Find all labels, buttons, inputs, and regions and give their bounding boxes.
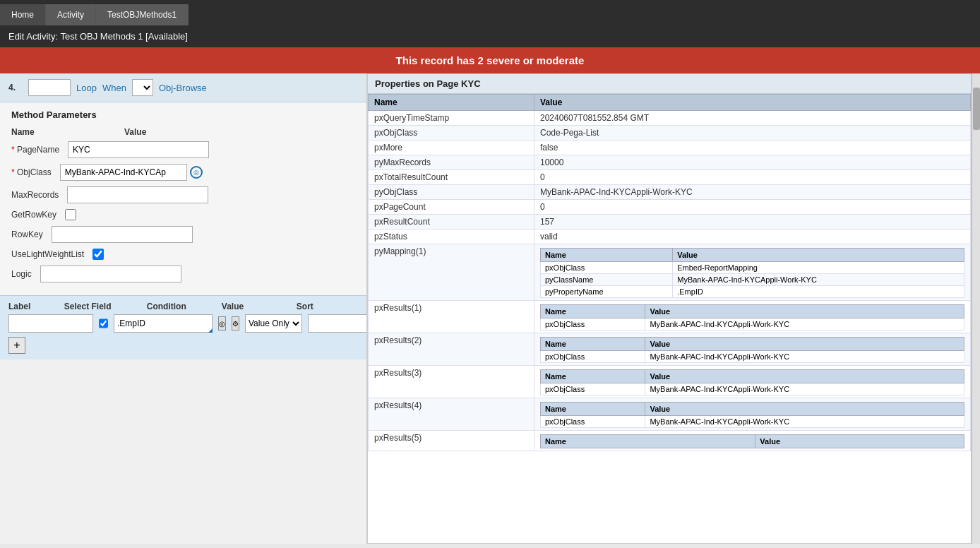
field-gear-icon[interactable]: ⚙ — [232, 316, 239, 330]
prop-name-cell: pyMapping(1) — [369, 244, 534, 301]
prop-name-cell: pxTotalResultCount — [369, 170, 534, 185]
prop-name-cell: pxMore — [369, 141, 534, 155]
prop-value-cell: 157 — [534, 215, 970, 230]
prop-value-cell-nested: NameValuepxObjClassMyBank-APAC-Ind-KYCAp… — [534, 366, 970, 398]
step-row: 4. Loop When Obj-Browse — [0, 73, 366, 102]
param-input-objclass[interactable] — [60, 164, 187, 181]
param-objclass-container: ◎ — [60, 164, 355, 181]
param-input-rowkey[interactable] — [52, 226, 193, 243]
param-row-pagename: PageName — [11, 141, 355, 158]
field-target-icon[interactable]: ◎ — [218, 316, 226, 330]
prop-name-cell: pzStatus — [369, 230, 534, 244]
scrollbar-thumb[interactable] — [973, 88, 980, 130]
prop-name-cell: pyObjClass — [369, 185, 534, 200]
prop-name-cell: pyMaxRecords — [369, 155, 534, 170]
prop-value-cell-nested: NameValuepxObjClassMyBank-APAC-Ind-KYCAp… — [534, 301, 970, 333]
prop-value-header: Value — [534, 95, 970, 111]
prop-name-cell: pxResults(2) — [369, 333, 534, 366]
param-label-maxrecords: MaxRecords — [11, 190, 59, 200]
main-layout: 4. Loop When Obj-Browse Method Parameter… — [0, 73, 980, 544]
bottom-field-input[interactable] — [114, 314, 213, 333]
param-row-objclass: ObjClass ◎ — [11, 164, 355, 181]
when-label: When — [102, 83, 126, 93]
param-row-uselwl: UseLightWeightList — [11, 249, 355, 260]
prop-name-cell: pxResultCount — [369, 215, 534, 230]
prop-value-cell-nested: NameValue — [534, 431, 970, 451]
tab-activity[interactable]: Activity — [46, 4, 96, 25]
bottom-section: Label Select Field Condition Value Sort … — [0, 295, 366, 359]
bottom-value-input[interactable] — [308, 314, 367, 333]
value-input-container — [308, 314, 367, 333]
prop-name-cell: pxResults(1) — [369, 301, 534, 333]
condition-select[interactable]: Value Only Equals Not Equals — [245, 314, 302, 333]
method-params-title: Method Parameters — [11, 109, 355, 120]
prop-name-header: Name — [369, 95, 534, 111]
param-row-getrowkey: GetRowKey — [11, 209, 355, 220]
step-input[interactable] — [28, 79, 71, 96]
param-label-getrowkey: GetRowKey — [11, 210, 56, 220]
loop-label: Loop — [76, 83, 97, 93]
right-panel: Properties on Page KYC Name Value pxQuer… — [367, 73, 972, 544]
bottom-label-input[interactable] — [8, 314, 93, 333]
when-dropdown[interactable] — [132, 79, 153, 96]
prop-value-cell: Code-Pega-List — [534, 126, 970, 141]
add-row-button[interactable]: + — [8, 337, 25, 354]
param-row-maxrecords: MaxRecords — [11, 186, 355, 203]
prop-value-cell: 0 — [534, 200, 970, 215]
prop-value-cell: 10000 — [534, 155, 970, 170]
bottom-headers: Label Select Field Condition Value Sort — [8, 302, 358, 311]
param-row-rowkey: RowKey — [11, 226, 355, 243]
edit-bar: Edit Activity: Test OBJ Methods 1 [Avail… — [0, 25, 980, 47]
properties-table: Name Value pxQueryTimeStamp20240607T0815… — [368, 94, 971, 451]
method-params-section: Method Parameters Name Value PageName Ob… — [0, 102, 366, 295]
param-label-uselwl: UseLightWeightList — [11, 249, 84, 259]
left-panel: 4. Loop When Obj-Browse Method Parameter… — [0, 73, 367, 544]
bottom-field-checkbox[interactable] — [99, 318, 108, 329]
param-input-maxrecords[interactable] — [67, 186, 208, 203]
prop-value-cell-nested: NameValuepxObjClassEmbed-ReportMappingpy… — [534, 244, 970, 301]
param-checkbox-uselwl[interactable] — [92, 249, 104, 260]
param-label-rowkey: RowKey — [11, 230, 43, 239]
prop-value-cell: MyBank-APAC-Ind-KYCAppli-Work-KYC — [534, 185, 970, 200]
prop-name-cell: pxObjClass — [369, 126, 534, 141]
objclass-target-icon[interactable]: ◎ — [190, 166, 203, 179]
param-label-pagename: PageName — [11, 145, 59, 155]
prop-value-cell: false — [534, 141, 970, 155]
prop-value-cell-nested: NameValuepxObjClassMyBank-APAC-Ind-KYCAp… — [534, 398, 970, 431]
param-label-objclass: ObjClass — [11, 167, 52, 177]
param-input-logic[interactable] — [40, 266, 181, 282]
param-checkbox-getrowkey[interactable] — [65, 209, 76, 220]
alert-bar: This record has 2 severe or moderate — [0, 47, 980, 73]
step-number: 4. — [8, 83, 23, 93]
prop-name-cell: pxQueryTimeStamp — [369, 111, 534, 126]
properties-title: Properties on Page KYC — [368, 74, 971, 94]
prop-value-cell: 20240607T081552.854 GMT — [534, 111, 970, 126]
tab-home[interactable]: Home — [0, 4, 46, 25]
prop-value-cell: valid — [534, 230, 970, 244]
prop-value-cell: 0 — [534, 170, 970, 185]
prop-name-cell: pxResults(5) — [369, 431, 534, 451]
param-input-pagename[interactable] — [68, 141, 209, 158]
param-label-logic: Logic — [11, 269, 32, 279]
method-label: Obj-Browse — [159, 83, 207, 93]
tab-bar: Home Activity TestOBJMethods1 — [0, 0, 980, 25]
prop-name-cell: pxResults(3) — [369, 366, 534, 398]
field-input-container — [114, 314, 213, 333]
field-triangle — [208, 328, 213, 333]
right-scrollbar[interactable] — [972, 73, 980, 544]
prop-name-cell: pxResults(4) — [369, 398, 534, 431]
param-row-logic: Logic — [11, 266, 355, 282]
bottom-mapping-row: ◎ ⚙ Value Only Equals Not Equals ◎ ⚙ — [8, 314, 358, 333]
prop-value-cell-nested: NameValuepxObjClassMyBank-APAC-Ind-KYCAp… — [534, 333, 970, 366]
tab-testobj[interactable]: TestOBJMethods1 — [96, 4, 189, 25]
prop-name-cell: pxPageCount — [369, 200, 534, 215]
